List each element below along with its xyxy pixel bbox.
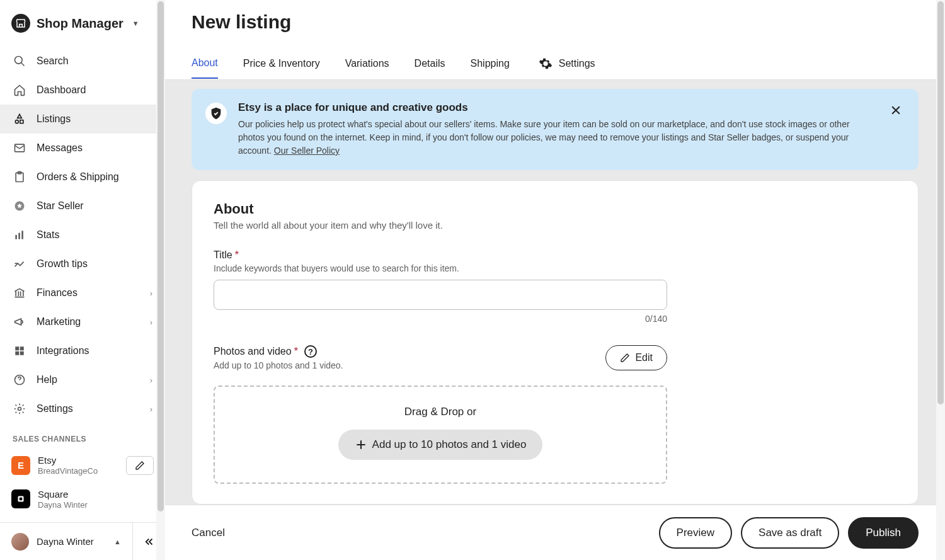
shapes-icon bbox=[13, 112, 26, 126]
save-draft-button[interactable]: Save as draft bbox=[741, 517, 839, 549]
nav-listings[interactable]: Listings bbox=[0, 105, 165, 134]
publish-button[interactable]: Publish bbox=[848, 517, 919, 549]
required-asterisk: * bbox=[294, 346, 298, 357]
tab-settings[interactable]: Settings bbox=[539, 48, 595, 79]
gear-icon bbox=[539, 57, 553, 71]
nav-integrations[interactable]: Integrations bbox=[0, 336, 165, 365]
channel-sub: Dayna Winter bbox=[38, 500, 154, 510]
channel-square[interactable]: Square Dayna Winter bbox=[0, 483, 165, 517]
bank-icon bbox=[13, 286, 26, 300]
banner-close-button[interactable] bbox=[887, 101, 905, 119]
page-scrollbar[interactable] bbox=[936, 0, 945, 560]
nav-label: Help bbox=[37, 374, 57, 386]
user-name: Dayna Winter bbox=[37, 536, 94, 547]
nav-label: Listings bbox=[37, 113, 71, 125]
nav-star-seller[interactable]: Star Seller bbox=[0, 191, 165, 220]
svg-rect-12 bbox=[15, 351, 19, 355]
tab-price[interactable]: Price & Inventory bbox=[243, 49, 320, 78]
tabs: About Price & Inventory Variations Detai… bbox=[165, 48, 945, 80]
sales-channels-label: SALES CHANNELS bbox=[0, 423, 165, 449]
square-icon bbox=[11, 489, 30, 508]
sidebar-scrollbar[interactable] bbox=[156, 0, 165, 560]
nav-stats[interactable]: Stats bbox=[0, 220, 165, 249]
nav-search[interactable]: Search bbox=[0, 47, 165, 76]
chevron-right-icon: › bbox=[150, 375, 152, 385]
nav-label: Stats bbox=[37, 229, 59, 241]
preview-button[interactable]: Preview bbox=[659, 517, 732, 549]
channel-name: Etsy bbox=[38, 455, 118, 466]
tab-details[interactable]: Details bbox=[415, 49, 445, 78]
page-title: New listing bbox=[165, 0, 945, 48]
required-asterisk: * bbox=[235, 249, 239, 261]
nav-messages[interactable]: Messages bbox=[0, 134, 165, 163]
nav-label: Dashboard bbox=[37, 84, 86, 96]
main-content: New listing About Price & Inventory Vari… bbox=[165, 0, 945, 560]
nav-label: Orders & Shipping bbox=[37, 171, 119, 183]
nav-label: Integrations bbox=[37, 345, 89, 357]
add-media-button[interactable]: Add up to 10 photos and 1 video bbox=[338, 430, 543, 460]
about-card: About Tell the world all about your item… bbox=[192, 180, 919, 505]
cancel-button[interactable]: Cancel bbox=[192, 527, 225, 539]
svg-rect-18 bbox=[20, 498, 23, 501]
nav-label: Marketing bbox=[37, 316, 81, 328]
channel-sub: BreadVintageCo bbox=[38, 466, 118, 476]
nav-label: Growth tips bbox=[37, 258, 88, 270]
nav-help[interactable]: Help › bbox=[0, 365, 165, 394]
clipboard-icon bbox=[13, 170, 26, 184]
photo-dropzone[interactable]: Drag & Drop or Add up to 10 photos and 1… bbox=[214, 386, 667, 484]
user-menu[interactable]: Dayna Winter ▲ bbox=[0, 533, 132, 551]
channel-edit-button[interactable] bbox=[126, 456, 154, 475]
etsy-icon: E bbox=[11, 456, 30, 475]
section-sub: Tell the world all about your item and w… bbox=[214, 220, 896, 231]
shield-check-icon bbox=[205, 103, 227, 124]
svg-rect-2 bbox=[20, 120, 23, 123]
seller-policy-link[interactable]: Our Seller Policy bbox=[274, 146, 340, 156]
edit-label: Edit bbox=[635, 352, 653, 363]
photos-label: Photos and video bbox=[214, 346, 292, 357]
banner-title: Etsy is a place for unique and creative … bbox=[238, 101, 876, 114]
policy-banner: Etsy is a place for unique and creative … bbox=[192, 89, 919, 170]
chevron-right-icon: › bbox=[150, 404, 152, 414]
title-input[interactable] bbox=[214, 280, 667, 310]
tab-variations[interactable]: Variations bbox=[345, 49, 389, 78]
nav-growth[interactable]: Growth tips bbox=[0, 249, 165, 278]
grid-icon bbox=[13, 344, 26, 358]
nav-orders[interactable]: Orders & Shipping bbox=[0, 163, 165, 191]
tab-shipping[interactable]: Shipping bbox=[471, 49, 510, 78]
sidebar: Shop Manager ▼ Search Dashboard Listings… bbox=[0, 0, 165, 560]
channel-name: Square bbox=[38, 489, 154, 500]
svg-rect-9 bbox=[21, 231, 23, 239]
megaphone-icon bbox=[13, 315, 26, 329]
mail-icon bbox=[13, 141, 26, 155]
chevron-right-icon: › bbox=[150, 289, 152, 298]
svg-rect-10 bbox=[15, 346, 19, 350]
shop-icon bbox=[11, 14, 30, 33]
banner-text: Our policies help us protect what's spec… bbox=[238, 118, 876, 157]
svg-rect-8 bbox=[18, 233, 20, 239]
user-avatar-icon bbox=[11, 533, 29, 551]
nav-settings[interactable]: Settings › bbox=[0, 394, 165, 423]
dropzone-text: Drag & Drop or bbox=[227, 406, 653, 418]
section-title: About bbox=[214, 201, 896, 217]
channel-etsy[interactable]: E Etsy BreadVintageCo bbox=[0, 449, 165, 483]
nav-label: Finances bbox=[37, 287, 77, 299]
nav-marketing[interactable]: Marketing › bbox=[0, 307, 165, 336]
title-help: Include keywords that buyers would use t… bbox=[214, 263, 896, 273]
gear-icon bbox=[13, 402, 26, 416]
trend-icon bbox=[13, 257, 26, 271]
chevron-right-icon: › bbox=[150, 317, 152, 327]
shop-manager-menu[interactable]: Shop Manager ▼ bbox=[0, 0, 165, 47]
edit-photos-button[interactable]: Edit bbox=[605, 345, 667, 370]
svg-point-0 bbox=[15, 57, 23, 64]
title-counter: 0/140 bbox=[214, 314, 667, 324]
nav-label: Settings bbox=[37, 403, 73, 414]
sidebar-title: Shop Manager bbox=[37, 16, 123, 31]
tab-label: Settings bbox=[559, 58, 595, 69]
nav-finances[interactable]: Finances › bbox=[0, 278, 165, 307]
nav-dashboard[interactable]: Dashboard bbox=[0, 76, 165, 105]
svg-rect-11 bbox=[20, 346, 24, 350]
title-label: Title bbox=[214, 249, 232, 261]
tab-about[interactable]: About bbox=[192, 49, 218, 79]
help-icon[interactable]: ? bbox=[304, 345, 317, 358]
photos-help: Add up to 10 photos and 1 video. bbox=[214, 360, 343, 370]
